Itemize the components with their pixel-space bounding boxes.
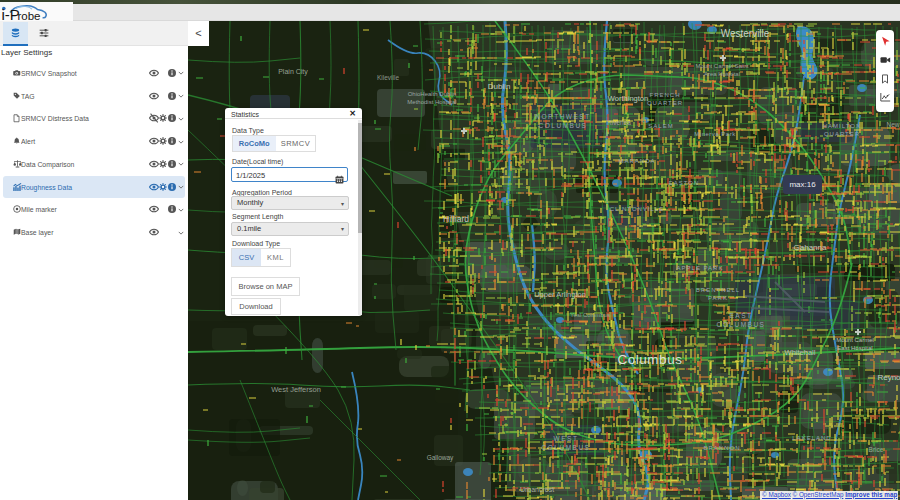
svg-text:Hilliard: Hilliard: [443, 214, 469, 224]
svg-text:QUARTER: QUARTER: [647, 100, 683, 106]
svg-text:Yesl Columbus: Yesl Columbus: [570, 312, 610, 318]
svg-text:Brice: Brice: [869, 446, 884, 453]
svg-text:Columbus: Columbus: [618, 352, 683, 367]
svg-text:Reyno: Reyno: [877, 373, 900, 382]
svg-text:Dublin: Dublin: [488, 82, 511, 91]
svg-text:BRENTNELL: BRENTNELL: [696, 287, 740, 293]
svg-text:PARK: PARK: [708, 295, 728, 301]
svg-text:Upper Arlington: Upper Arlington: [534, 290, 586, 299]
svg-text:LAKELAND: LAKELAND: [792, 435, 831, 441]
svg-text:Riverlea: Riverlea: [607, 119, 631, 126]
svg-text:APPLE PARK: APPLE PARK: [677, 265, 724, 271]
svg-text:WEST: WEST: [554, 435, 579, 442]
svg-text:COLUMBUS: COLUMBUS: [542, 444, 591, 451]
svg-text:Mount Carmel Saint: Mount Carmel Saint: [695, 63, 748, 69]
svg-text:Methodist Hospital: Methodist Hospital: [407, 99, 456, 105]
svg-text:SALEM: SALEM: [648, 123, 673, 129]
svg-text:Gahanna: Gahanna: [794, 243, 827, 252]
svg-text:FRENCH: FRENCH: [650, 92, 681, 98]
svg-text:New: New: [886, 121, 899, 128]
svg-text:Mount Carmel: Mount Carmel: [836, 337, 874, 343]
svg-text:EAST: EAST: [730, 312, 753, 319]
svg-text:West Jefferson: West Jefferson: [271, 385, 321, 394]
svg-text:COLUMBUS: COLUMBUS: [539, 122, 588, 129]
svg-text:Minerva Park: Minerva Park: [694, 131, 736, 137]
svg-text:Westerville: Westerville: [721, 28, 770, 39]
svg-text:Whitehall: Whitehall: [785, 348, 816, 357]
svg-text:Kileville: Kileville: [377, 74, 399, 81]
svg-text:OhioHealth Dublin: OhioHealth Dublin: [408, 91, 457, 97]
svg-text:Plain City: Plain City: [278, 68, 308, 76]
svg-text:EASTON: EASTON: [669, 180, 700, 186]
svg-text:NORTHWEST: NORTHWEST: [535, 113, 590, 120]
svg-text:East Hospital: East Hospital: [837, 345, 872, 351]
svg-text:COLUMBUS: COLUMBUS: [717, 321, 766, 328]
svg-text:Galloway: Galloway: [427, 454, 454, 462]
svg-text:HAMILTON: HAMILTON: [823, 123, 861, 129]
svg-text:CLINTONVILLE: CLINTONVILLE: [610, 206, 665, 212]
svg-text:Urbancrest: Urbancrest: [520, 486, 554, 493]
svg-text:Worthington: Worthington: [608, 94, 648, 103]
svg-text:BRANNON: BRANNON: [703, 445, 740, 451]
svg-text:QUARTER: QUARTER: [824, 131, 860, 137]
svg-text:Area Hospital: Area Hospital: [704, 71, 740, 77]
svg-text:MARANDA: MARANDA: [618, 158, 655, 164]
